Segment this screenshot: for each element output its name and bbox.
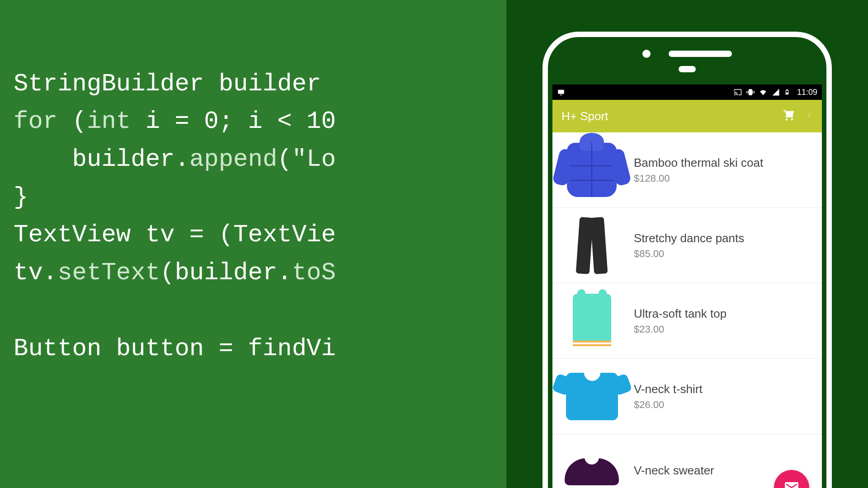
phone-screen: 11:09 H+ Sport <box>552 84 822 488</box>
vibrate-icon <box>746 88 755 96</box>
phone-camera-dot <box>642 50 651 58</box>
product-price: $85.00 <box>634 248 812 260</box>
product-price: $26.00 <box>634 399 812 411</box>
product-row[interactable]: Stretchy dance pants $85.00 <box>552 208 822 283</box>
phone-top-bezel <box>548 37 826 84</box>
code-line-5: TextView tv = (TextVie <box>14 221 336 249</box>
code-line-1: StringBuilder builder <box>14 70 321 98</box>
svg-rect-1 <box>560 94 562 95</box>
status-time: 11:09 <box>797 88 817 97</box>
product-thumbnail <box>562 216 621 275</box>
product-thumbnail <box>562 141 621 199</box>
product-name: V-neck t-shirt <box>634 382 812 397</box>
method-append: append <box>189 145 277 173</box>
phone-panel: 11:09 H+ Sport <box>506 0 868 488</box>
kw-for: for <box>14 108 57 135</box>
svg-point-7 <box>809 116 810 117</box>
svg-rect-3 <box>786 90 788 91</box>
svg-rect-0 <box>558 90 564 94</box>
code-line-8: Button button = findVi <box>14 335 336 362</box>
signal-icon <box>772 88 780 96</box>
cart-button[interactable] <box>783 109 796 123</box>
battery-icon <box>784 88 793 96</box>
product-row[interactable]: Bamboo thermal ski coat $128.00 <box>552 132 822 208</box>
product-thumbnail <box>562 367 621 426</box>
overflow-menu-button[interactable] <box>808 109 813 123</box>
phone-speaker <box>669 51 732 57</box>
product-price: $128.00 <box>634 173 812 184</box>
mail-icon <box>783 479 800 488</box>
method-tostring: toS <box>292 259 336 286</box>
phone-sensor <box>679 66 696 72</box>
app-title: H+ Sport <box>561 109 608 123</box>
method-settext: setText <box>57 259 160 286</box>
product-price: $23.00 <box>634 324 812 335</box>
phone-device: 11:09 H+ Sport <box>542 32 832 488</box>
tv-icon <box>557 88 565 96</box>
status-bar: 11:09 <box>552 84 822 100</box>
code-editor: StringBuilder builder for (int i = 0; i … <box>0 0 506 488</box>
product-row[interactable]: Ultra-soft tank top $23.00 <box>552 283 822 359</box>
product-thumbnail <box>562 442 621 488</box>
product-name: Bamboo thermal ski coat <box>634 155 812 170</box>
kw-int: int <box>87 108 131 135</box>
app-bar: H+ Sport <box>552 100 822 132</box>
product-name: Ultra-soft tank top <box>634 306 812 321</box>
code-brace: } <box>14 183 28 211</box>
svg-rect-4 <box>786 93 788 94</box>
product-list[interactable]: Bamboo thermal ski coat $128.00 Stretchy… <box>552 132 822 488</box>
product-name: Stretchy dance pants <box>634 231 812 246</box>
svg-point-5 <box>809 113 810 114</box>
wifi-icon <box>759 88 767 96</box>
svg-point-6 <box>809 115 810 116</box>
product-thumbnail <box>562 291 621 350</box>
cast-icon <box>734 88 742 96</box>
product-row[interactable]: V-neck t-shirt $26.00 <box>552 359 822 434</box>
